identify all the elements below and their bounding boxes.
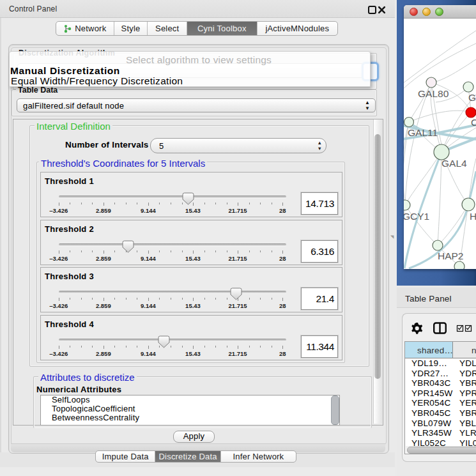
svg-text:GA: GA — [468, 92, 476, 103]
svg-text:GAL4: GAL4 — [441, 158, 467, 169]
svg-text:H: H — [470, 211, 476, 222]
svg-text:GCY1: GCY1 — [404, 211, 429, 222]
svg-text:C: C — [471, 117, 476, 128]
svg-text:HAP2: HAP2 — [438, 250, 464, 261]
svg-text:GAL11: GAL11 — [408, 127, 438, 138]
svg-text:GAL80: GAL80 — [418, 88, 449, 99]
